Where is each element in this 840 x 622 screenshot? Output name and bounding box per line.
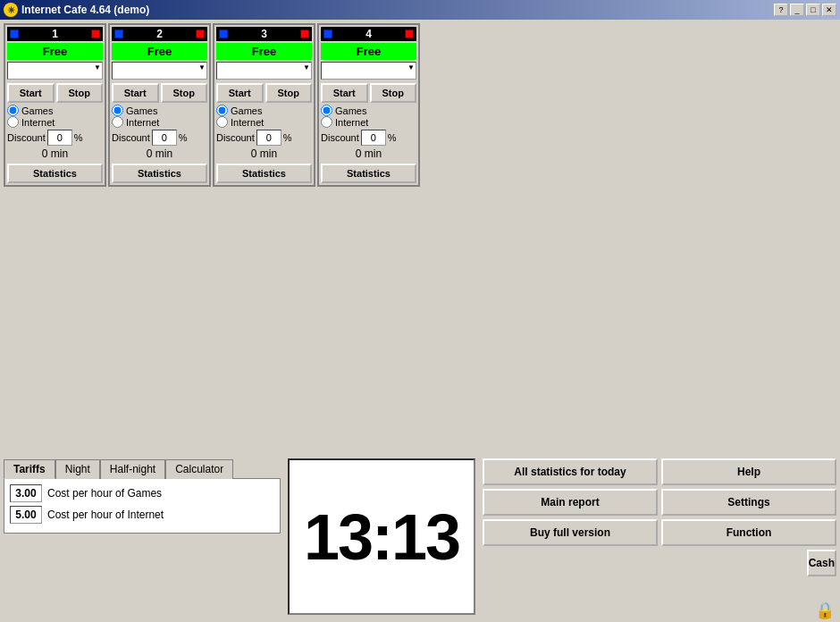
station-2-statistics[interactable]: Statistics (112, 164, 207, 183)
station-1-start[interactable]: Start (7, 83, 55, 103)
station-3-header: 3 (216, 27, 312, 41)
station-1-discount-row: Discount % (7, 130, 103, 146)
station-4-buttons: Start Stop (321, 83, 416, 103)
station-3-indicator-blue (219, 29, 228, 38)
lock-icon: 🔒 (815, 601, 833, 618)
station-2-games-radio[interactable] (112, 105, 123, 116)
station-3-radio-group: Games Internet (216, 105, 312, 128)
station-4-header: 4 (321, 27, 416, 41)
station-3-percent: % (283, 132, 292, 143)
station-4-discount-input[interactable] (361, 130, 386, 146)
station-3-indicator-red (300, 29, 309, 38)
station-3-dropdown-wrapper (216, 62, 312, 81)
help-button-title[interactable]: ? (774, 4, 788, 16)
station-2-stop[interactable]: Stop (161, 83, 208, 103)
help-button[interactable]: Help (661, 458, 836, 485)
station-1-games-label: Games (21, 105, 53, 116)
station-1-radio-group: Games Internet (7, 105, 103, 128)
station-1-stop[interactable]: Stop (56, 83, 104, 103)
station-1-number: 1 (52, 28, 58, 40)
station-4-dropdown[interactable] (321, 62, 416, 80)
function-button[interactable]: Function (661, 519, 836, 546)
minimize-button[interactable]: _ (790, 4, 804, 16)
station-4-status: Free (321, 43, 416, 60)
window-title: Internet Cafe 4.64 (demo) (21, 4, 149, 16)
station-1-discount-input[interactable] (47, 130, 72, 146)
station-3-internet-label: Internet (231, 117, 264, 128)
station-1-dropdown[interactable] (7, 62, 103, 80)
station-4-number: 4 (365, 28, 372, 40)
station-2-dropdown[interactable] (112, 62, 207, 80)
cash-button[interactable]: Cash (807, 550, 836, 576)
station-2-time: 0 min (112, 147, 207, 160)
tab-tariffs[interactable]: Tariffs (4, 459, 55, 479)
station-1-status: Free (7, 43, 103, 60)
tariff-internet-value: 5.00 (10, 506, 42, 524)
all-statistics-button[interactable]: All statistics for today (483, 458, 658, 485)
station-1-dropdown-wrapper (7, 62, 103, 81)
app-icon: ☀ (4, 3, 18, 17)
tariff-internet-label: Cost per hour of Internet (47, 509, 164, 521)
main-report-button[interactable]: Main report (483, 489, 658, 516)
station-2-percent: % (179, 132, 188, 143)
station-4-indicator-red (405, 29, 414, 38)
window-body: 1 Free Start Stop Games Internet (0, 20, 840, 622)
tab-night[interactable]: Night (55, 459, 100, 479)
station-2-status: Free (112, 43, 207, 60)
tariff-row-internet: 5.00 Cost per hour of Internet (10, 506, 274, 524)
station-4-games-radio[interactable] (321, 105, 332, 116)
tabs-bar: Tariffs Night Half-night Calculator (4, 458, 281, 478)
station-4-percent: % (388, 132, 397, 143)
tab-half-night[interactable]: Half-night (100, 459, 165, 479)
station-2-start[interactable]: Start (112, 83, 159, 103)
station-2-internet-label: Internet (126, 117, 159, 128)
station-1-indicator-red (91, 29, 100, 38)
station-1-games-radio[interactable] (7, 105, 19, 116)
close-button[interactable]: ✕ (822, 4, 836, 16)
station-3-games-radio[interactable] (216, 105, 228, 116)
station-4-statistics[interactable]: Statistics (321, 164, 416, 183)
station-3-statistics[interactable]: Statistics (216, 164, 312, 183)
station-1-statistics[interactable]: Statistics (7, 164, 103, 183)
station-4-discount-row: Discount % (321, 130, 416, 146)
station-4-stop[interactable]: Stop (370, 83, 417, 103)
stations-area: 1 Free Start Stop Games Internet (4, 23, 836, 187)
station-4-indicator-blue (323, 29, 332, 38)
btn-row-2: Main report Settings (483, 489, 836, 516)
maximize-button[interactable]: □ (806, 4, 820, 16)
station-1-internet-radio[interactable] (7, 116, 19, 128)
station-4: 4 Free Start Stop Games Internet (317, 23, 420, 187)
station-2-header: 2 (112, 27, 207, 41)
bottom-area: Tariffs Night Half-night Calculator 3.00… (4, 458, 836, 615)
tariffs-content: 3.00 Cost per hour of Games 5.00 Cost pe… (4, 478, 281, 534)
buy-full-button[interactable]: Buy full version (483, 519, 658, 546)
station-3-discount-input[interactable] (256, 130, 281, 146)
station-3-buttons: Start Stop (216, 83, 312, 103)
station-4-games-label: Games (335, 105, 366, 116)
station-3-start[interactable]: Start (216, 83, 264, 103)
tab-calculator[interactable]: Calculator (165, 459, 233, 479)
tariffs-panel: Tariffs Night Half-night Calculator 3.00… (4, 458, 281, 534)
station-2-discount-row: Discount % (112, 130, 207, 146)
station-1-buttons: Start Stop (7, 83, 103, 103)
btn-row-3: Buy full version Function (483, 519, 836, 546)
station-2-indicator-red (196, 29, 205, 38)
station-1-discount-label: Discount (7, 132, 46, 143)
station-1-time: 0 min (7, 147, 103, 160)
station-1: 1 Free Start Stop Games Internet (4, 23, 106, 187)
station-2-discount-label: Discount (112, 132, 150, 143)
station-3-stop[interactable]: Stop (265, 83, 313, 103)
station-3-discount-label: Discount (216, 132, 255, 143)
station-2-discount-input[interactable] (152, 130, 177, 146)
station-3-discount-row: Discount % (216, 130, 312, 146)
station-2-games-label: Games (126, 105, 157, 116)
station-4-start[interactable]: Start (321, 83, 368, 103)
station-4-internet-label: Internet (335, 117, 368, 128)
station-3-dropdown[interactable] (216, 62, 312, 80)
settings-button[interactable]: Settings (661, 489, 836, 516)
station-3-internet-radio[interactable] (216, 116, 228, 128)
station-2-internet-radio[interactable] (112, 116, 123, 128)
station-4-dropdown-wrapper (321, 62, 416, 81)
station-4-internet-radio[interactable] (321, 116, 332, 128)
station-3-status: Free (216, 43, 312, 60)
